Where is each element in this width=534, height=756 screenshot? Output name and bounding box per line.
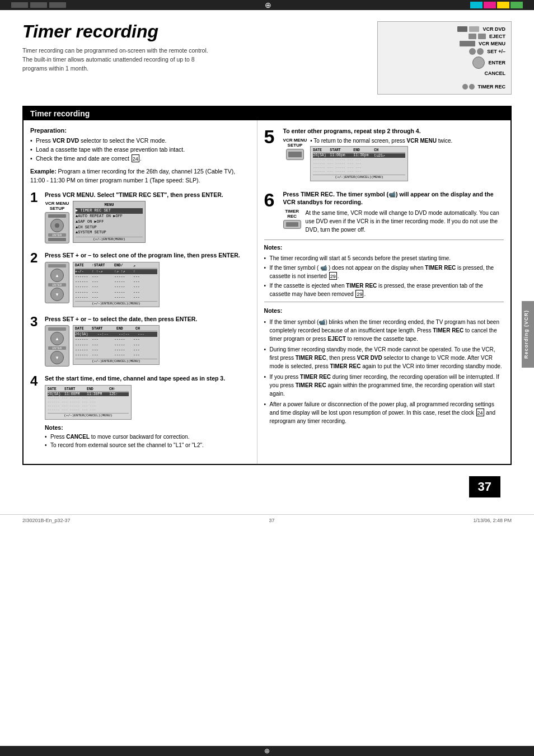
remote-timer-rec-row: TIMER REC: [462, 84, 506, 90]
step-2-instruction: Press SET + or – to select one of the pr…: [45, 251, 250, 260]
yellow-block: [497, 2, 509, 8]
step-3-number: 3: [30, 315, 43, 367]
step3-screen: DATE START END CH 26(SA) --:-- --:-- ---: [73, 325, 160, 364]
title-left: Timer recording Timer recording can be p…: [22, 21, 366, 73]
step-1-instruction: Press VCR MENU. Select "TIMER REC SET", …: [45, 191, 250, 199]
timer-rec-label: TIMER REC: [478, 84, 506, 90]
bar-block-2: [30, 2, 47, 8]
right-note-2: If the timer symbol ( 📹 ) does not appea…: [264, 264, 504, 280]
step-2-number: 2: [30, 251, 43, 307]
step-2: 2 Press SET + or – to select one of the …: [30, 251, 250, 307]
right-notes-main: Notes: The timer recording will start at…: [264, 243, 504, 298]
step-5-instruction: To enter other programs, repeat step 2 t…: [283, 127, 504, 135]
step4-note-2: To record from external source set the c…: [45, 441, 250, 449]
step5-vcr-label: VCR MENUSETUP: [283, 138, 307, 148]
bar-block-3: [49, 2, 66, 8]
step-5-number: 5: [264, 127, 280, 181]
large-notes: Notes: If the timer symbol (📹) blinks wh…: [264, 307, 504, 425]
step-4-instruction: Set the start time, end time, channel an…: [45, 374, 250, 383]
remote-vcr-menu-row: VCR MENU: [460, 41, 505, 46]
footer-left: 2I30201B-En_p32-37: [22, 518, 71, 523]
step5-remote: VCR MENUSETUP: [283, 138, 307, 160]
right-note-1: The timer recording will start at 5 seco…: [264, 254, 504, 262]
eject-label: EJECT: [489, 34, 505, 39]
instruction-box: Timer recording Preparation: Press VCR D…: [22, 106, 512, 465]
divider-2: [264, 302, 504, 302]
step5-text-screen: • To return to the normal screen, press …: [310, 138, 504, 181]
step-6-visual: TIMER REC At the same time, VCR mode wil…: [283, 209, 504, 234]
large-notes-list: If the timer symbol (📹) blinks when the …: [264, 318, 504, 425]
remote-enter-row: ENTER: [472, 57, 505, 69]
step-1-visual: VCR MENUSETUP ENTER: [45, 201, 250, 243]
enter-label: ENTER: [488, 60, 505, 65]
step-1-body: Press VCR MENU. Select "TIMER REC SET", …: [45, 191, 250, 244]
right-column: 5 To enter other programs, repeat step 2…: [257, 120, 510, 464]
prep-example: Example: Program a timer recording for t…: [30, 167, 250, 185]
set-label: SET +/–: [487, 49, 505, 54]
remote-eject-row: EJECT: [469, 34, 505, 39]
prep-item-2: Load a cassette tape with the erase prev…: [30, 145, 250, 154]
step4-notes-list: Press CANCEL to move cursor backward for…: [45, 433, 250, 449]
step6-timer-rec-label: TIMER REC: [283, 209, 301, 219]
bar-block-1: [11, 2, 28, 8]
step-6-notes-text: At the same time, VCR mode will change t…: [306, 209, 504, 234]
right-notes-title: Notes:: [264, 243, 504, 252]
step1-remote: VCR MENUSETUP ENTER: [45, 201, 69, 243]
magenta-block: [484, 2, 496, 8]
preparation-title: Preparation:: [30, 127, 250, 134]
prep-item-1: Press VCR DVD selector to select the VCR…: [30, 137, 250, 145]
step2-screen: DATE ↑START END/ ↗ ✦-/- ↑ ↑-↗ ↑↗ ↑↗ ↑: [73, 262, 160, 307]
large-note-2: During timer recording standby mode, the…: [264, 345, 504, 370]
footer: 2I30201B-En_p32-37 37 1/13/06, 2:48 PM: [0, 514, 534, 526]
step-1-number: 1: [30, 191, 43, 244]
step4-notes-title: Notes:: [45, 424, 250, 431]
right-note-3: If the cassette is ejected when TIMER RE…: [264, 281, 504, 298]
step5-sub-instruction: • To return to the normal screen, press …: [310, 138, 504, 144]
step-5-body: To enter other programs, repeat step 2 t…: [283, 127, 504, 181]
step-6-number: 6: [264, 190, 280, 234]
step-6-body: Press TIMER REC. The timer symbol (📹) wi…: [283, 190, 504, 234]
instruction-box-title: Timer recording: [24, 107, 510, 120]
vcr-menu-label: VCR MENU: [479, 41, 505, 46]
step-3: 3 Press SET + or – to select the date, t…: [30, 315, 250, 367]
step5-screen: DATE START END CH 26(SA) 11:00pm 11:30pm: [310, 146, 408, 181]
vcr-dvd-label: VCR DVD: [483, 26, 505, 32]
page-title: Timer recording: [22, 21, 366, 42]
cyan-block: [470, 2, 483, 8]
large-note-1: If the timer symbol (📹) blinks when the …: [264, 318, 504, 343]
green-block: [510, 2, 523, 8]
step-3-instruction: Press SET + or – to select the date, the…: [45, 315, 250, 323]
top-decorative-bar: ⊕: [0, 0, 534, 10]
step-5-visual: VCR MENUSETUP • To return to the normal …: [283, 138, 504, 181]
page-number-section: 37: [22, 476, 500, 497]
step-2-body: Press SET + or – to select one of the pr…: [45, 251, 250, 307]
step3-screen-header: DATE START END CH: [75, 327, 157, 331]
preparation-list: Press VCR DVD selector to select the VCR…: [30, 137, 250, 163]
step1-vcr-label: VCR MENUSETUP: [45, 201, 69, 211]
title-section: Timer recording Timer recording can be p…: [22, 21, 512, 95]
step-5: 5 To enter other programs, repeat step 2…: [264, 127, 504, 181]
remote-cancel-row: CANCEL: [477, 71, 506, 76]
step-6: 6 Press TIMER REC. The timer symbol (📹) …: [264, 190, 504, 234]
step-4-number: 4: [30, 374, 43, 449]
registration-mark-top: ⊕: [265, 1, 271, 10]
top-bar-left-blocks: [11, 2, 66, 8]
color-blocks: [470, 2, 523, 8]
instruction-box-content: Preparation: Press VCR DVD selector to s…: [24, 120, 510, 464]
remote-vcr-dvd-row: VCR DVD: [457, 26, 505, 32]
step-6-instruction: Press TIMER REC. The timer symbol (📹) wi…: [283, 190, 504, 206]
cancel-label: CANCEL: [485, 71, 506, 76]
step-4-body: Set the start time, end time, channel an…: [45, 374, 250, 449]
step4-note-1: Press CANCEL to move cursor backward for…: [45, 433, 250, 441]
title-right: VCR DVD EJECT: [366, 21, 512, 95]
page-number: 37: [469, 476, 500, 497]
divider-1: [264, 240, 504, 240]
remote-set-row: SET +/–: [469, 48, 505, 55]
large-note-3: If you press TIMER REC during timer reco…: [264, 373, 504, 398]
step4-screen: DATE START END CH↑ 26(SA) 11:00PM 11:30P…: [45, 385, 132, 420]
step4-notes: Notes: Press CANCEL to move cursor backw…: [45, 424, 250, 449]
step3-remote: ▲ ENTER ▼: [45, 325, 69, 367]
large-notes-title: Notes:: [264, 307, 504, 316]
step-4: 4 Set the start time, end time, channel …: [30, 374, 250, 449]
step-3-body: Press SET + or – to select the date, the…: [45, 315, 250, 367]
